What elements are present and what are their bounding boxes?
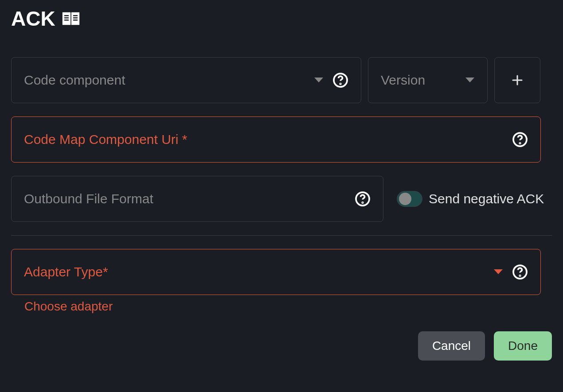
book-icon [62, 12, 80, 26]
outbound-file-format-label: Outbound File Format [24, 191, 346, 206]
plus-icon [511, 74, 524, 87]
button-row: Cancel Done [11, 331, 552, 361]
code-component-label: Code component [24, 73, 307, 88]
negative-ack-label: Send negative ACK [429, 191, 544, 206]
help-icon[interactable] [355, 191, 371, 207]
help-icon[interactable] [332, 72, 348, 88]
toggle-knob [399, 193, 411, 205]
code-component-select[interactable]: Code component [11, 57, 361, 103]
help-icon[interactable] [512, 132, 528, 147]
add-button[interactable] [494, 57, 540, 103]
negative-ack-toggle-container: Send negative ACK [397, 191, 544, 207]
version-label: Version [381, 73, 458, 88]
header: ACK [11, 7, 552, 31]
adapter-type-label: Adapter Type* [24, 264, 487, 279]
code-version-row: Code component Version [11, 57, 552, 103]
adapter-type-select[interactable]: Adapter Type* [11, 249, 541, 295]
svg-point-11 [362, 202, 363, 203]
chevron-down-icon [314, 77, 324, 83]
svg-point-7 [340, 84, 341, 85]
negative-ack-toggle[interactable] [397, 191, 422, 207]
version-select[interactable]: Version [368, 57, 488, 103]
chevron-down-icon [493, 269, 503, 275]
code-map-uri-input[interactable]: Code Map Component Uri * [11, 116, 541, 163]
page-title: ACK [11, 7, 55, 31]
code-map-uri-label: Code Map Component Uri * [24, 132, 503, 147]
outbound-row: Outbound File Format Send negative ACK [11, 176, 552, 222]
chevron-down-icon [465, 77, 475, 83]
divider [11, 235, 552, 236]
cancel-button[interactable]: Cancel [418, 331, 485, 361]
help-icon[interactable] [512, 264, 528, 280]
svg-point-13 [520, 276, 520, 276]
adapter-helper-text: Choose adapter [24, 299, 552, 314]
svg-point-9 [520, 143, 520, 144]
done-button[interactable]: Done [494, 331, 552, 361]
outbound-file-format-input[interactable]: Outbound File Format [11, 176, 383, 222]
